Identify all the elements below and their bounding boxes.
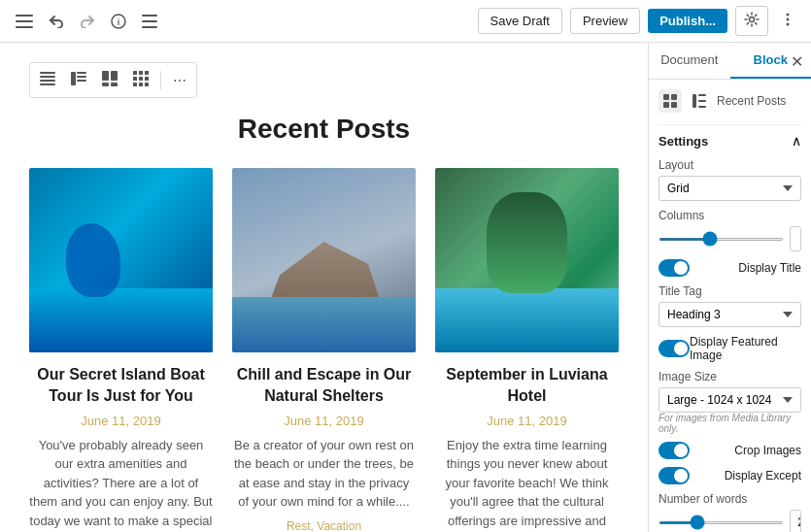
display-featured-image-toggle[interactable] xyxy=(659,340,690,357)
card-view-button[interactable] xyxy=(96,67,123,93)
block-name-label: Recent Posts xyxy=(717,94,786,108)
svg-rect-37 xyxy=(693,94,696,108)
svg-rect-39 xyxy=(698,100,706,102)
post-excerpt-1: You've probably already seen our extra a… xyxy=(29,436,213,532)
posts-grid: Our Secret Island Boat Tour Is Just for … xyxy=(29,168,619,532)
crop-images-toggle[interactable] xyxy=(659,442,690,459)
display-featured-image-row: Display Featured Image xyxy=(659,335,801,362)
undo-icon[interactable] xyxy=(45,11,68,32)
svg-rect-1 xyxy=(16,20,33,22)
columns-number-group: ▲ ▼ xyxy=(790,226,801,251)
sidebar-close-button[interactable]: ✕ xyxy=(791,51,803,70)
publish-button[interactable]: Publish... xyxy=(648,9,727,33)
svg-rect-32 xyxy=(145,83,149,86)
svg-rect-6 xyxy=(142,20,157,22)
image-size-label: Image Size xyxy=(659,370,801,383)
main-area: ⋯ Recent Posts Our Secret Island Boat To… xyxy=(0,43,811,532)
crop-images-row: Crop Images xyxy=(659,442,801,459)
svg-rect-17 xyxy=(77,72,86,74)
svg-rect-38 xyxy=(698,94,706,96)
display-title-row: Display Title xyxy=(659,259,801,277)
list-icon[interactable] xyxy=(138,11,161,32)
words-range-row: ▲ ▼ xyxy=(659,510,801,532)
display-excerpt-row: Display Except xyxy=(659,467,801,484)
svg-rect-13 xyxy=(40,76,55,78)
post-title-1: Our Secret Island Boat Tour Is Just for … xyxy=(29,364,213,408)
svg-point-8 xyxy=(750,17,755,22)
sidebar-content: Recent Posts Settings ∧ Layout Grid List… xyxy=(649,80,811,532)
svg-rect-2 xyxy=(16,26,33,28)
svg-rect-31 xyxy=(139,83,143,86)
svg-rect-5 xyxy=(142,15,157,17)
post-image-3 xyxy=(435,168,619,352)
recent-posts-block-icon-2 xyxy=(688,89,711,113)
post-date-1: June 11, 2019 xyxy=(29,414,213,428)
columns-slider[interactable] xyxy=(659,238,784,241)
redo-icon[interactable] xyxy=(76,11,99,32)
info-icon[interactable]: i xyxy=(107,10,130,33)
svg-rect-23 xyxy=(111,83,118,86)
post-image-2 xyxy=(232,168,416,352)
image-hint: For images from Media Library only. xyxy=(659,413,801,434)
svg-point-10 xyxy=(787,18,790,21)
columns-label: Columns xyxy=(659,209,801,222)
display-title-toggle[interactable] xyxy=(659,259,690,277)
more-options-button[interactable] xyxy=(776,7,799,35)
words-slider[interactable] xyxy=(659,521,784,524)
svg-point-11 xyxy=(787,23,790,26)
compact-view-button[interactable] xyxy=(65,67,92,93)
columns-input[interactable] xyxy=(791,229,801,249)
image-size-select[interactable]: Thumbnail Medium Large - 1024 x 1024 Ful… xyxy=(659,387,801,413)
svg-rect-12 xyxy=(40,72,55,74)
hamburger-icon[interactable] xyxy=(12,11,37,32)
top-bar-left: i xyxy=(12,10,161,33)
settings-title: Settings xyxy=(659,134,708,149)
grid-view-button[interactable] xyxy=(127,67,154,93)
block-toolbar: ⋯ xyxy=(29,62,197,98)
tab-document[interactable]: Document xyxy=(649,43,730,79)
post-image-1 xyxy=(29,168,213,352)
svg-rect-27 xyxy=(133,77,137,81)
settings-button[interactable] xyxy=(735,6,768,36)
display-featured-image-label: Display Featured Image xyxy=(690,335,801,362)
svg-rect-36 xyxy=(671,102,677,108)
top-bar: i Save Draft Preview Publish... xyxy=(0,0,811,43)
list-view-button[interactable] xyxy=(34,67,61,93)
columns-range-row: ▲ ▼ xyxy=(659,226,801,251)
svg-text:i: i xyxy=(118,17,120,27)
svg-rect-15 xyxy=(40,83,55,85)
svg-rect-24 xyxy=(133,71,137,75)
settings-collapse-button[interactable]: ∧ xyxy=(792,133,801,149)
post-title-3: September in Luviana Hotel xyxy=(435,364,619,408)
svg-rect-16 xyxy=(71,72,76,85)
post-excerpt-2: Be a creator of your own rest on the bea… xyxy=(232,436,416,512)
words-input[interactable] xyxy=(791,513,801,532)
title-tag-select[interactable]: Heading 1 Heading 2 Heading 3 Heading 4 xyxy=(659,302,801,327)
svg-rect-7 xyxy=(142,26,157,28)
number-of-words-label: Number of words xyxy=(659,492,801,506)
sidebar-block-label: Recent Posts xyxy=(659,89,801,113)
layout-select[interactable]: Grid List xyxy=(659,176,801,201)
recent-posts-block-icon xyxy=(659,89,682,113)
svg-rect-34 xyxy=(671,94,677,100)
sidebar: Document Block ✕ Recent Posts Settings xyxy=(648,43,811,532)
more-toolbar-button[interactable]: ⋯ xyxy=(167,69,192,92)
sidebar-tabs: Document Block ✕ xyxy=(649,43,811,80)
preview-button[interactable]: Preview xyxy=(570,8,640,34)
post-card: September in Luviana Hotel June 11, 2019… xyxy=(435,168,619,532)
svg-rect-18 xyxy=(77,76,86,78)
words-number-group: ▲ ▼ xyxy=(790,510,801,532)
content-area: ⋯ Recent Posts Our Secret Island Boat To… xyxy=(0,43,648,532)
svg-rect-26 xyxy=(145,71,149,75)
svg-rect-33 xyxy=(663,94,669,100)
save-draft-button[interactable]: Save Draft xyxy=(478,8,562,34)
post-date-2: June 11, 2019 xyxy=(232,414,416,428)
crop-images-label: Crop Images xyxy=(734,444,801,457)
display-excerpt-toggle[interactable] xyxy=(659,467,690,484)
svg-rect-25 xyxy=(139,71,143,75)
post-card: Our Secret Island Boat Tour Is Just for … xyxy=(29,168,213,532)
settings-section: Settings ∧ Layout Grid List Columns xyxy=(659,133,801,532)
page-title: Recent Posts xyxy=(29,114,619,145)
svg-rect-0 xyxy=(16,15,33,17)
display-title-label: Display Title xyxy=(738,261,801,275)
